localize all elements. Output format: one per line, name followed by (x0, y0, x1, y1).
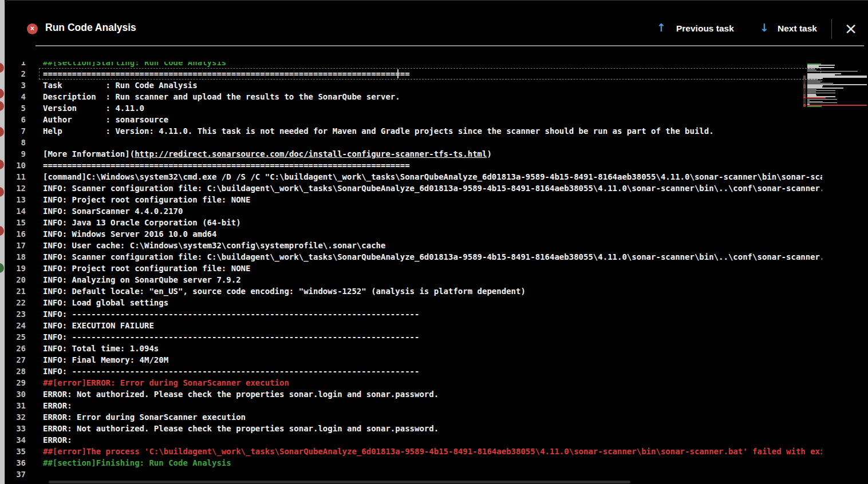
close-icon[interactable]: × (841, 18, 861, 39)
task-status-dot (0, 226, 4, 236)
log-line: 33ERROR: Not authorized. Please check th… (5, 423, 822, 434)
minimap-line (807, 99, 837, 100)
log-line: 10======================================… (5, 160, 822, 171)
log-line: 7Help : Version: 4.11.0. This task is no… (5, 125, 822, 137)
log-line-text: ##[section]Finishing: Run Code Analysis (26, 457, 231, 469)
log-line-text (26, 137, 43, 148)
log-line: 22INFO: Load global settings (5, 297, 822, 308)
log-line-text: INFO: Default locale: "en_US", source co… (26, 285, 526, 297)
minimap[interactable] (803, 64, 868, 112)
log-line: 36##[section]Finishing: Run Code Analysi… (5, 457, 822, 469)
line-number: 22 (5, 297, 26, 308)
previous-task-button[interactable]: Previous task (676, 23, 734, 34)
log-line: 8 (5, 137, 822, 148)
line-number: 31 (5, 400, 26, 411)
line-number: 37 (5, 469, 26, 480)
log-line: 16INFO: Windows Server 2016 10.0 amd64 (5, 228, 822, 240)
next-task-button[interactable]: Next task (778, 23, 817, 34)
line-number: 9 (5, 148, 26, 160)
log-line-text: INFO: Project root configuration file: N… (26, 194, 250, 205)
minimap-line (807, 71, 858, 72)
line-number: 30 (5, 388, 26, 400)
log-line-text: ========================================… (26, 160, 410, 171)
log-content: 1##[section]Starting: Run Code Analysis2… (5, 62, 822, 480)
line-number: 32 (5, 411, 26, 423)
line-number: 1 (5, 62, 26, 68)
log-line-text: ERROR: (26, 434, 72, 446)
log-line-text: ERROR: Not authorized. Please check the … (26, 388, 439, 400)
line-number: 23 (5, 308, 26, 320)
task-status-dot (0, 263, 4, 273)
log-line-text: INFO: Load global settings (26, 297, 168, 308)
header-divider (35, 45, 864, 46)
line-number: 17 (5, 240, 26, 251)
log-line: 15INFO: Java 13 Oracle Corporation (64-b… (5, 217, 822, 228)
log-line: 5Version : 4.11.0 (5, 102, 822, 114)
log-line: 35##[error]The process 'C:\buildagent\_w… (5, 446, 822, 457)
line-number: 3 (5, 80, 26, 91)
log-line-text: INFO: ----------------------------------… (26, 308, 419, 320)
log-line: 23INFO: --------------------------------… (5, 308, 822, 320)
task-status-dot (0, 89, 4, 98)
line-number: 25 (5, 331, 26, 343)
minimap-gutter-mark (803, 106, 806, 107)
line-number: 6 (5, 114, 26, 125)
line-number: 34 (5, 434, 26, 446)
log-line: 2=======================================… (5, 68, 822, 80)
arrow-down-icon: ↓ (760, 21, 769, 34)
log-line-text: INFO: EXECUTION FAILURE (26, 320, 154, 331)
log-line: 12INFO: Scanner configuration file: C:\b… (5, 183, 822, 194)
log-line-text: ERROR: Not authorized. Please check the … (26, 423, 439, 434)
minimap-line (807, 106, 822, 107)
line-number: 19 (5, 263, 26, 274)
log-line-text: INFO: ----------------------------------… (26, 331, 419, 343)
log-line-text: INFO: Scanner configuration file: C:\bui… (26, 183, 822, 194)
log-line-text: Author : sonarsource (26, 114, 168, 125)
line-number: 35 (5, 446, 26, 457)
line-number: 21 (5, 285, 26, 297)
log-line-text: Help : Version: 4.11.0. This task is not… (26, 125, 714, 137)
log-line: 29##[error]ERROR: Error during SonarScan… (5, 377, 822, 388)
line-number: 13 (5, 194, 26, 205)
line-number: 4 (5, 91, 26, 102)
line-number: 11 (5, 171, 26, 183)
log-line-text: Version : 4.11.0 (26, 102, 144, 114)
task-title: Run Code Analysis (45, 22, 136, 34)
log-viewport[interactable]: 1##[section]Starting: Run Code Analysis2… (5, 62, 822, 484)
log-line-text: ERROR: Error during SonarScanner executi… (26, 411, 246, 423)
log-line: 14INFO: SonarScanner 4.4.0.2170 (5, 205, 822, 217)
log-line-text: Task : Run Code Analysis (26, 80, 198, 91)
log-url-link[interactable]: http://redirect.sonarsource.com/doc/inst… (135, 149, 487, 158)
header-vertical-divider (831, 19, 832, 39)
line-number: 20 (5, 274, 26, 285)
line-number: 14 (5, 205, 26, 217)
log-line: 25INFO: --------------------------------… (5, 331, 822, 343)
log-line: 6Author : sonarsource (5, 114, 822, 125)
line-number: 15 (5, 217, 26, 228)
underlay-task-list-sliver (0, 0, 5, 484)
line-number: 16 (5, 228, 26, 240)
line-number: 8 (5, 137, 26, 148)
log-line: 21INFO: Default locale: "en_US", source … (5, 285, 822, 297)
log-line: 31ERROR: (5, 400, 822, 411)
log-line: 17INFO: User cache: C:\Windows\system32\… (5, 240, 822, 251)
log-line-text: INFO: Java 13 Oracle Corporation (64-bit… (26, 217, 241, 228)
log-line: 18INFO: Scanner configuration file: C:\b… (5, 251, 822, 263)
task-status-dot (0, 101, 4, 111)
task-status-dot (0, 63, 4, 73)
log-line-text: INFO: ----------------------------------… (26, 366, 419, 377)
log-line-text: INFO: Final Memory: 4M/20M (26, 354, 168, 366)
log-line: 11[command]C:\Windows\system32\cmd.exe /… (5, 171, 822, 183)
task-status-dot (0, 160, 4, 169)
log-line: 9[More Information](http://redirect.sona… (5, 148, 822, 160)
horizontal-scrollbar[interactable] (49, 481, 630, 483)
log-line: 37 (5, 469, 822, 480)
line-number: 36 (5, 457, 26, 469)
log-line: 19INFO: Project root configuration file:… (5, 263, 822, 274)
line-number: 26 (5, 343, 26, 354)
log-line-text: INFO: Project root configuration file: N… (26, 263, 250, 274)
log-line: 3Task : Run Code Analysis (5, 80, 822, 91)
line-number: 10 (5, 160, 26, 171)
task-status-dot (0, 127, 4, 137)
log-line: 4Description : Run scanner and upload th… (5, 91, 822, 102)
